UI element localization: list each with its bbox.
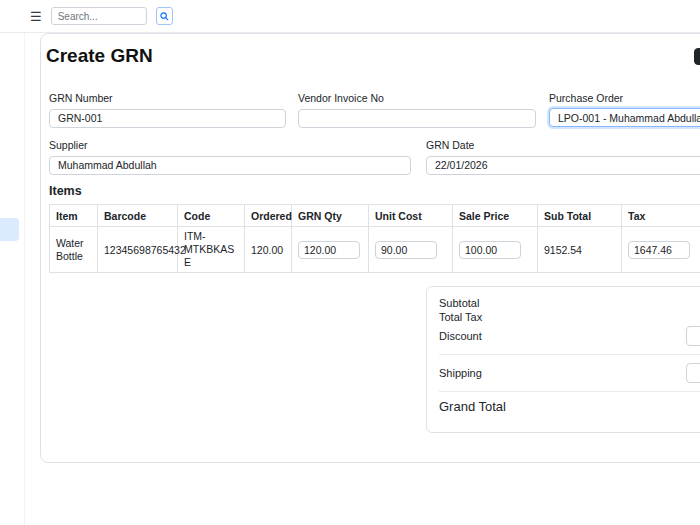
grn-qty-input[interactable] xyxy=(298,241,360,259)
discount-input[interactable] xyxy=(686,326,700,346)
purchase-order-label: Purchase Order xyxy=(549,92,700,104)
table-row: Water Bottle 12345698765432 ITM-MTKBKASE… xyxy=(50,227,700,273)
vendor-invoice-input[interactable] xyxy=(298,109,536,128)
col-header-grn-qty: GRN Qty xyxy=(292,205,369,227)
grn-date-label: GRN Date xyxy=(426,139,700,151)
subtotal-row: Subtotal xyxy=(439,297,700,309)
hamburger-menu-icon[interactable]: ☰ xyxy=(30,10,42,23)
shipping-input[interactable] xyxy=(686,363,700,383)
page-title: Create GRN xyxy=(46,45,153,67)
vendor-invoice-field: Vendor Invoice No xyxy=(298,92,536,128)
supplier-input[interactable] xyxy=(49,156,411,175)
grn-number-field: GRN Number xyxy=(49,92,286,128)
search-button[interactable] xyxy=(156,7,173,25)
col-header-sub-total: Sub Total xyxy=(538,205,622,227)
tax-input[interactable] xyxy=(628,241,690,259)
cell-sub-total: 9152.54 xyxy=(538,227,622,273)
grn-date-field: GRN Date xyxy=(426,139,700,175)
cell-barcode: 12345698765432 xyxy=(98,227,178,273)
shipping-label: Shipping xyxy=(439,367,482,379)
cell-code: ITM-MTKBKASE xyxy=(178,227,245,273)
total-tax-label: Total Tax xyxy=(439,311,482,323)
subtotal-label: Subtotal xyxy=(439,297,479,309)
sidebar-active-item[interactable] xyxy=(0,218,19,241)
grn-number-label: GRN Number xyxy=(49,92,286,104)
discount-row: Discount xyxy=(439,325,700,347)
items-table: Item Barcode Code Ordered GRN Qty Unit C… xyxy=(49,204,700,273)
purchase-order-select[interactable]: LPO-001 - Muhammad Abdullah xyxy=(549,108,700,127)
purchase-order-field: Purchase Order LPO-001 - Muhammad Abdull… xyxy=(549,92,700,127)
col-header-unit-cost: Unit Cost xyxy=(369,205,453,227)
create-grn-card: Create GRN GRN Number Vendor Invoice No … xyxy=(40,33,700,463)
items-heading: Items xyxy=(49,184,82,198)
search-icon xyxy=(160,12,169,21)
summary-panel: Subtotal Total Tax Discount Shipping Gra… xyxy=(426,286,700,433)
topbar: ☰ xyxy=(0,0,700,33)
supplier-field: Supplier xyxy=(49,139,411,175)
grn-number-input[interactable] xyxy=(49,109,286,128)
col-header-barcode: Barcode xyxy=(98,205,178,227)
grn-date-input[interactable] xyxy=(426,156,700,175)
grand-total-row: Grand Total xyxy=(439,399,700,414)
grand-total-label: Grand Total xyxy=(439,399,506,414)
unit-cost-input[interactable] xyxy=(375,241,437,259)
save-button[interactable] xyxy=(694,48,700,65)
col-header-sale-price: Sale Price xyxy=(453,205,538,227)
discount-label: Discount xyxy=(439,330,482,342)
table-header-row: Item Barcode Code Ordered GRN Qty Unit C… xyxy=(50,205,700,227)
sale-price-input[interactable] xyxy=(459,241,521,259)
total-tax-row: Total Tax xyxy=(439,311,700,323)
shipping-row: Shipping xyxy=(439,362,700,384)
supplier-label: Supplier xyxy=(49,139,411,151)
cell-ordered: 120.00 xyxy=(245,227,292,273)
summary-divider xyxy=(439,391,700,392)
col-header-ordered: Ordered xyxy=(245,205,292,227)
col-header-tax: Tax xyxy=(622,205,700,227)
summary-divider xyxy=(439,354,700,355)
sidebar xyxy=(0,33,25,525)
vendor-invoice-label: Vendor Invoice No xyxy=(298,92,536,104)
search-input[interactable] xyxy=(51,7,147,25)
cell-item-name: Water Bottle xyxy=(50,227,98,273)
col-header-code: Code xyxy=(178,205,245,227)
col-header-item: Item xyxy=(50,205,98,227)
